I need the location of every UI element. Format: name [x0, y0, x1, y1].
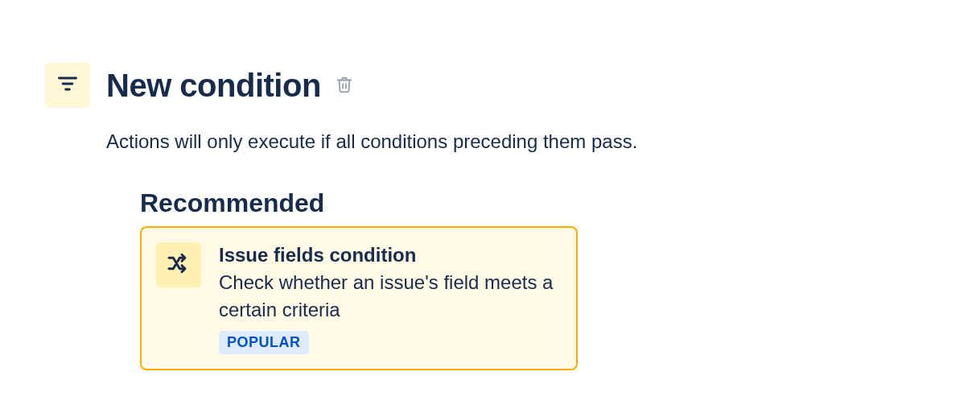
card-description: Check whether an issue's field meets a c…	[219, 269, 558, 323]
header-row: New condition	[45, 63, 980, 108]
condition-icon-box	[45, 63, 90, 108]
shuffle-icon	[166, 250, 191, 279]
trash-icon	[336, 76, 353, 96]
card-icon-box	[156, 242, 201, 287]
condition-card-issue-fields[interactable]: Issue fields condition Check whether an …	[140, 226, 578, 370]
card-title: Issue fields condition	[219, 242, 558, 267]
card-body: Issue fields condition Check whether an …	[219, 242, 558, 354]
popular-badge: POPULAR	[219, 331, 309, 354]
recommended-section: Recommended Issue fields condition Check…	[140, 188, 980, 370]
recommended-title: Recommended	[140, 188, 980, 218]
title-wrap: New condition	[106, 68, 356, 104]
page-title: New condition	[106, 68, 321, 104]
header-description: Actions will only execute if all conditi…	[106, 130, 980, 153]
delete-button[interactable]	[332, 72, 356, 99]
filter-icon	[56, 72, 79, 98]
